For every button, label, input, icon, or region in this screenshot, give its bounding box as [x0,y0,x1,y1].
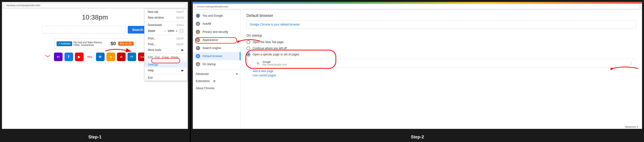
radio-specific-page[interactable]: Open a specific page or set of pages [246,53,636,56]
chrome-menu: New tab Ctrl+T New window Ctrl+N Downloa… [144,9,187,81]
url-bar-left[interactable]: nipntway.com/myway/index.html [4,3,186,8]
menu-new-window[interactable]: New window Ctrl+N [144,15,187,20]
menu-exit[interactable]: Exit [144,75,187,81]
menu-divider-3 [144,54,187,54]
step-label-left: Step-1 [0,135,190,140]
arrow-to-google-page [610,64,639,73]
menu-print[interactable]: Print... Ctrl+P [144,36,187,41]
power-icon: ⏻ [196,62,200,66]
right-panel: chrome://settings/defaultBrowser 👤 You a… [191,0,644,142]
browser-toolbar: nipntway.com/myway/index.html [2,2,188,9]
sidebar-item-advanced[interactable]: Advanced ▾ [193,71,240,77]
settings-oval [152,58,180,63]
walmart-icon[interactable]: W [96,53,104,61]
settings-url-bar[interactable]: chrome://settings/defaultBrowser [195,4,640,9]
page-info: Google http://www.google.com/ [262,61,627,66]
step-label-right: Step-2 [191,135,644,140]
sidebar-divider [196,69,238,70]
menu-divider-5 [144,74,187,74]
menu-divider-2 [144,35,187,35]
menu-divider-1 [144,21,187,21]
search-icon: 🔍 [196,46,200,50]
browser-right: chrome://settings/defaultBrowser 👤 You a… [193,2,642,129]
default-browser-value: Google Chrome is your default browser [246,20,636,29]
menu-find[interactable]: Find... Ctrl+F [144,41,187,47]
ebay-icon[interactable]: eBay [86,53,94,61]
svg-point-1 [198,56,198,57]
page-entry-google: G Google http://www.google.com/ ⋮ [253,59,636,68]
search-row: Search [42,26,148,34]
settings-sidebar: 👤 You and Google ⊟ Autofill 🔒 Privacy an… [193,10,241,129]
default-browser-title: Default browser [246,13,636,18]
sidebar-item-about[interactable]: About Chrome [193,85,240,92]
sidebar-item-search-engine[interactable]: 🔍 Search engine [193,44,240,52]
ad-price[interactable]: File for $0 [118,42,133,46]
browser-left: nipntway.com/myway/index.html 10:38pm Se… [2,2,188,129]
menu-help[interactable]: Help ▶ [144,68,187,73]
chrome-icon [196,54,200,58]
settings-layout: 👤 You and Google ⊟ Autofill 🔒 Privacy an… [193,10,642,129]
radio-specific-circle [246,53,250,56]
autofill-icon: ⊟ [196,22,200,26]
sidebar-item-extensions[interactable]: Extensions 🗗 [193,77,240,85]
search-input[interactable] [42,26,126,34]
facebook-icon[interactable]: f [64,53,73,61]
menu-downloads[interactable]: Downloads Ctrl+J [144,22,187,28]
add-new-page-link[interactable]: Add a new page [253,70,636,73]
gmail-icon[interactable] [44,53,52,61]
dollar-sign: $0 [110,41,116,46]
settings-toolbar: chrome://settings/defaultBrowser [193,3,642,10]
zoom-minus[interactable]: − [164,29,166,33]
clock-display: 10:38pm [82,13,108,21]
advanced-bottom: Advanced ▾ [625,126,638,128]
arrow-to-settings [104,46,132,57]
zoom-plus[interactable]: + [176,29,178,33]
radio-continue-circle [246,46,250,50]
arrow-to-default-browser [237,37,261,46]
left-panel: nipntway.com/myway/index.html 10:38pm Se… [0,0,190,142]
lock-icon: 🔒 [196,30,200,34]
sidebar-item-on-startup[interactable]: ⏻ On startup [193,60,240,68]
sidebar-item-appearance[interactable]: 🎨 Appearance [193,36,240,44]
radio-continue[interactable]: Continue where you left off [246,46,636,50]
use-current-pages-link[interactable]: Use current pages [253,74,636,77]
sidebar-item-autofill[interactable]: ⊟ Autofill [193,20,240,28]
palette-icon: 🎨 [196,38,200,42]
ad-text: File Fed and State Returns FREE. Guarant… [74,41,109,46]
sidebar-item-you-google[interactable]: 👤 You and Google [193,12,240,20]
person-icon: 👤 [196,13,200,18]
sidebar-item-default-browser[interactable]: Default browser [193,52,240,60]
yahoo-icon[interactable]: Y! [54,53,62,61]
turbotax-logo: ✓ turbotax [56,41,72,46]
sidebar-item-privacy[interactable]: 🔒 Privacy and security [193,28,240,36]
menu-new-tab[interactable]: New tab Ctrl+T [144,9,187,15]
menu-zoom: Zoom − 100% + ⛶ [144,28,187,34]
on-startup-title: On startup [246,34,636,37]
menu-more-tools[interactable]: More tools ▶ [144,47,187,53]
youtube-icon[interactable]: ▶ [75,53,84,61]
google-g-icon: G [256,61,260,66]
radio-new-tab[interactable]: Open the New Tab page [246,40,636,44]
settings-main: Default browser Google Chrome is your de… [241,10,642,129]
